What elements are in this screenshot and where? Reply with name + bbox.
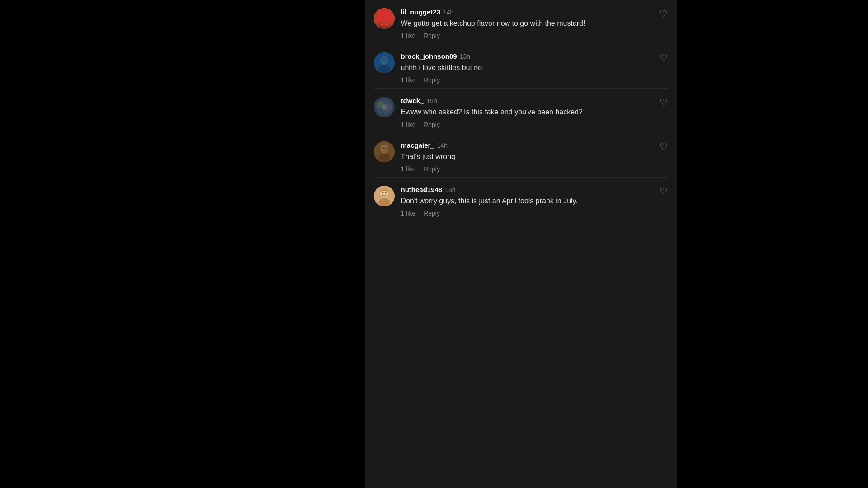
svg-point-17 xyxy=(382,147,383,149)
comment-body: tdwck_ 15h Ewww who asked? Is this fake … xyxy=(401,97,668,128)
comment-item: nuthead1948 15h Don't worry guys, this i… xyxy=(365,178,677,221)
heart-icon: ♡ xyxy=(660,142,668,151)
heart-button[interactable]: ♡ xyxy=(660,98,668,107)
heart-button[interactable]: ♡ xyxy=(660,142,668,151)
comment-text: Ewww who asked? Is this fake and you've … xyxy=(401,107,668,117)
svg-point-6 xyxy=(378,65,390,73)
comment-header: nuthead1948 15h xyxy=(401,186,668,193)
reply-button[interactable]: Reply xyxy=(424,210,440,217)
svg-point-21 xyxy=(378,198,390,206)
comment-actions: 1 like Reply xyxy=(401,210,668,217)
comment-body: lil_nugget23 14h We gotta get a ketchup … xyxy=(401,8,668,39)
like-count: 1 like xyxy=(401,165,416,173)
heart-icon: ♡ xyxy=(660,53,668,62)
comment-item: tdwck_ 15h Ewww who asked? Is this fake … xyxy=(365,89,677,132)
comment-actions: 1 like Reply xyxy=(401,76,668,84)
reply-button[interactable]: Reply xyxy=(424,121,440,128)
comment-header: brock_johnson09 13h xyxy=(401,52,668,60)
avatar xyxy=(374,97,395,117)
comment-item: brock_johnson09 13h uhhh i love skittles… xyxy=(365,44,677,88)
svg-point-8 xyxy=(385,59,386,60)
svg-point-22 xyxy=(382,192,383,193)
comment-text: uhhh i love skittles but no xyxy=(401,62,668,73)
comment-text: Don't worry guys, this is just an April … xyxy=(401,196,668,206)
timestamp: 13h xyxy=(460,53,470,60)
svg-point-24 xyxy=(382,188,387,191)
comments-panel: lil_nugget23 14h We gotta get a ketchup … xyxy=(365,0,677,488)
reply-button[interactable]: Reply xyxy=(424,76,440,84)
comment-body: macgaier_ 14h That's just wrong 1 like R… xyxy=(401,141,668,173)
avatar xyxy=(374,52,395,73)
comment-body: nuthead1948 15h Don't worry guys, this i… xyxy=(401,186,668,217)
heart-button[interactable]: ♡ xyxy=(660,187,668,196)
username: tdwck_ xyxy=(401,97,424,104)
heart-icon: ♡ xyxy=(660,98,668,107)
svg-point-23 xyxy=(385,192,386,193)
comment-actions: 1 like Reply xyxy=(401,121,668,128)
username: macgaier_ xyxy=(401,141,434,149)
avatar xyxy=(374,141,395,162)
svg-point-0 xyxy=(374,8,395,29)
comment-text: That's just wrong xyxy=(401,151,668,162)
heart-icon: ♡ xyxy=(660,9,668,18)
comment-item: lil_nugget23 14h We gotta get a ketchup … xyxy=(365,0,677,44)
comment-header: macgaier_ 14h xyxy=(401,141,668,149)
svg-point-18 xyxy=(385,147,386,149)
timestamp: 14h xyxy=(437,142,448,149)
username: brock_johnson09 xyxy=(401,52,457,60)
username: lil_nugget23 xyxy=(401,8,441,16)
avatar xyxy=(374,186,395,206)
heart-button[interactable]: ♡ xyxy=(660,9,668,18)
like-count: 1 like xyxy=(401,121,416,128)
username: nuthead1948 xyxy=(401,186,443,193)
comment-header: lil_nugget23 14h xyxy=(401,8,668,16)
like-count: 1 like xyxy=(401,76,416,84)
like-count: 1 like xyxy=(401,210,416,217)
svg-point-3 xyxy=(382,14,383,16)
timestamp: 14h xyxy=(443,9,453,16)
svg-point-7 xyxy=(382,59,383,60)
svg-point-1 xyxy=(380,12,389,21)
heart-button[interactable]: ♡ xyxy=(660,53,668,62)
reply-button[interactable]: Reply xyxy=(424,32,440,39)
heart-icon: ♡ xyxy=(660,187,668,196)
comment-actions: 1 like Reply xyxy=(401,32,668,39)
avatar xyxy=(374,8,395,29)
timestamp: 15h xyxy=(445,186,455,193)
comment-item: macgaier_ 14h That's just wrong 1 like R… xyxy=(365,133,677,177)
svg-point-16 xyxy=(378,154,390,162)
comment-actions: 1 like Reply xyxy=(401,165,668,173)
like-count: 1 like xyxy=(401,32,416,39)
timestamp: 15h xyxy=(426,97,437,104)
comment-body: brock_johnson09 13h uhhh i love skittles… xyxy=(401,52,668,84)
svg-point-5 xyxy=(380,56,388,65)
reply-button[interactable]: Reply xyxy=(424,165,440,173)
comment-header: tdwck_ 15h xyxy=(401,97,668,104)
comment-text: We gotta get a ketchup flavor now to go … xyxy=(401,18,668,28)
svg-point-13 xyxy=(382,104,387,110)
